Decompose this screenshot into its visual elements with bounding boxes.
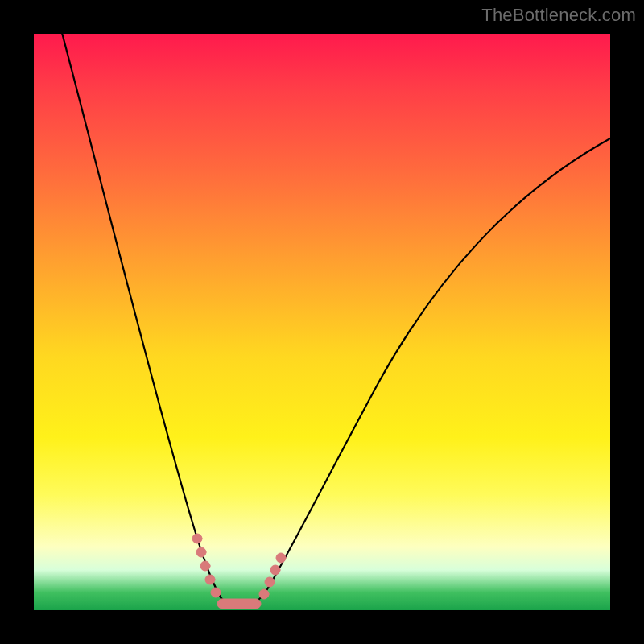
svg-point-2 [200, 561, 210, 571]
curve-path [58, 34, 610, 607]
svg-point-7 [265, 577, 275, 587]
optimal-range-markers [192, 534, 286, 609]
svg-rect-5 [217, 599, 261, 609]
chart-frame: TheBottleneck.com [0, 0, 644, 644]
watermark-text: TheBottleneck.com [481, 5, 636, 26]
svg-point-1 [196, 547, 206, 557]
svg-point-8 [270, 565, 280, 575]
svg-point-3 [205, 575, 215, 584]
svg-point-4 [211, 588, 221, 597]
plot-area [34, 34, 610, 610]
svg-point-6 [259, 589, 269, 599]
svg-point-9 [276, 553, 286, 563]
bottleneck-curve [34, 34, 610, 610]
svg-point-0 [192, 534, 202, 543]
